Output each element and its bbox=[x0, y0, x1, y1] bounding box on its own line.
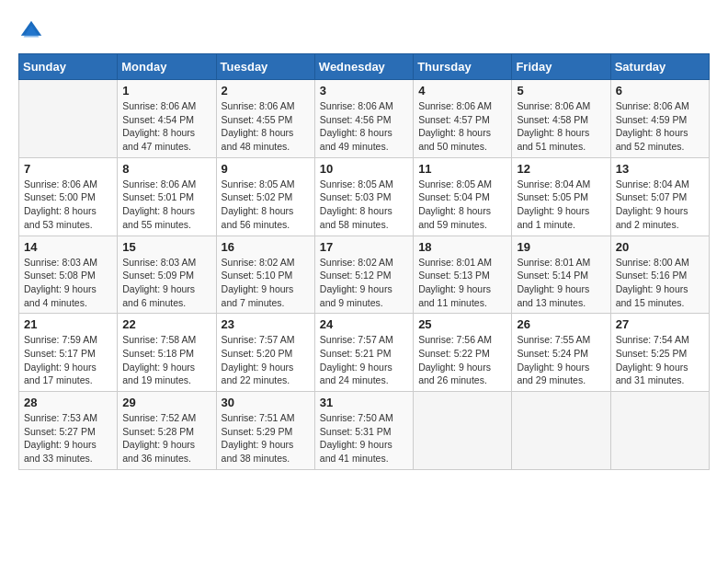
header-day-thursday: Thursday bbox=[414, 54, 512, 80]
calendar-cell: 26Sunrise: 7:55 AM Sunset: 5:24 PM Dayli… bbox=[512, 314, 610, 392]
calendar-week-2: 7Sunrise: 8:06 AM Sunset: 5:00 PM Daylig… bbox=[19, 157, 710, 236]
day-info: Sunrise: 7:59 AM Sunset: 5:17 PM Dayligh… bbox=[24, 333, 112, 387]
calendar-week-1: 1Sunrise: 8:06 AM Sunset: 4:54 PM Daylig… bbox=[19, 80, 710, 158]
day-info: Sunrise: 7:57 AM Sunset: 5:20 PM Dayligh… bbox=[222, 333, 310, 387]
calendar-cell: 8Sunrise: 8:06 AM Sunset: 5:01 PM Daylig… bbox=[118, 157, 216, 236]
calendar-cell: 28Sunrise: 7:53 AM Sunset: 5:27 PM Dayli… bbox=[19, 392, 118, 470]
day-number: 19 bbox=[517, 240, 605, 254]
calendar-cell: 16Sunrise: 8:02 AM Sunset: 5:10 PM Dayli… bbox=[216, 236, 314, 314]
day-info: Sunrise: 8:04 AM Sunset: 5:05 PM Dayligh… bbox=[517, 178, 605, 232]
day-info: Sunrise: 7:53 AM Sunset: 5:27 PM Dayligh… bbox=[24, 411, 112, 465]
calendar-cell: 13Sunrise: 8:04 AM Sunset: 5:07 PM Dayli… bbox=[610, 157, 709, 236]
calendar-week-5: 28Sunrise: 7:53 AM Sunset: 5:27 PM Dayli… bbox=[19, 392, 710, 470]
day-info: Sunrise: 8:05 AM Sunset: 5:02 PM Dayligh… bbox=[222, 178, 310, 232]
day-info: Sunrise: 8:06 AM Sunset: 4:59 PM Dayligh… bbox=[616, 99, 704, 154]
day-info: Sunrise: 8:05 AM Sunset: 5:04 PM Dayligh… bbox=[418, 178, 506, 232]
calendar-cell: 25Sunrise: 7:56 AM Sunset: 5:22 PM Dayli… bbox=[414, 314, 512, 392]
header-day-sunday: Sunday bbox=[19, 54, 118, 80]
day-info: Sunrise: 8:06 AM Sunset: 5:01 PM Dayligh… bbox=[122, 178, 210, 232]
calendar-cell: 19Sunrise: 8:01 AM Sunset: 5:14 PM Dayli… bbox=[512, 236, 610, 314]
day-info: Sunrise: 8:02 AM Sunset: 5:10 PM Dayligh… bbox=[222, 256, 310, 310]
day-number: 10 bbox=[320, 162, 408, 176]
calendar-cell: 12Sunrise: 8:04 AM Sunset: 5:05 PM Dayli… bbox=[512, 157, 610, 236]
calendar-cell bbox=[19, 80, 118, 158]
day-number: 4 bbox=[418, 84, 506, 98]
day-info: Sunrise: 8:00 AM Sunset: 5:16 PM Dayligh… bbox=[616, 256, 704, 310]
calendar-cell: 11Sunrise: 8:05 AM Sunset: 5:04 PM Dayli… bbox=[414, 157, 512, 236]
calendar-week-4: 21Sunrise: 7:59 AM Sunset: 5:17 PM Dayli… bbox=[19, 314, 710, 392]
day-number: 12 bbox=[517, 162, 605, 176]
day-number: 5 bbox=[517, 84, 605, 98]
day-number: 24 bbox=[320, 317, 408, 331]
calendar-cell: 29Sunrise: 7:52 AM Sunset: 5:28 PM Dayli… bbox=[118, 392, 216, 470]
day-info: Sunrise: 8:06 AM Sunset: 4:55 PM Dayligh… bbox=[222, 99, 310, 154]
day-number: 30 bbox=[222, 396, 310, 409]
day-info: Sunrise: 8:06 AM Sunset: 4:54 PM Dayligh… bbox=[122, 99, 210, 154]
header-day-tuesday: Tuesday bbox=[216, 54, 314, 80]
calendar-cell: 18Sunrise: 8:01 AM Sunset: 5:13 PM Dayli… bbox=[414, 236, 512, 314]
day-info: Sunrise: 8:03 AM Sunset: 5:08 PM Dayligh… bbox=[24, 256, 112, 310]
day-info: Sunrise: 7:58 AM Sunset: 5:18 PM Dayligh… bbox=[122, 333, 210, 387]
day-info: Sunrise: 8:01 AM Sunset: 5:14 PM Dayligh… bbox=[517, 256, 605, 310]
day-number: 28 bbox=[24, 396, 112, 409]
day-info: Sunrise: 7:50 AM Sunset: 5:31 PM Dayligh… bbox=[320, 411, 408, 465]
day-number: 1 bbox=[122, 84, 210, 98]
day-number: 3 bbox=[320, 84, 408, 98]
calendar-header-row: SundayMondayTuesdayWednesdayThursdayFrid… bbox=[19, 54, 710, 80]
calendar-body: 1Sunrise: 8:06 AM Sunset: 4:54 PM Daylig… bbox=[19, 80, 710, 470]
calendar-cell: 10Sunrise: 8:05 AM Sunset: 5:03 PM Dayli… bbox=[314, 157, 413, 236]
calendar-cell: 31Sunrise: 7:50 AM Sunset: 5:31 PM Dayli… bbox=[314, 392, 413, 470]
day-number: 11 bbox=[418, 162, 506, 176]
day-number: 7 bbox=[24, 162, 112, 176]
calendar-cell bbox=[414, 392, 512, 470]
calendar-cell: 22Sunrise: 7:58 AM Sunset: 5:18 PM Dayli… bbox=[118, 314, 216, 392]
day-number: 9 bbox=[222, 162, 310, 176]
day-number: 15 bbox=[122, 240, 210, 254]
calendar-cell: 3Sunrise: 8:06 AM Sunset: 4:56 PM Daylig… bbox=[314, 80, 413, 158]
day-info: Sunrise: 8:05 AM Sunset: 5:03 PM Dayligh… bbox=[320, 178, 408, 232]
calendar-cell: 7Sunrise: 8:06 AM Sunset: 5:00 PM Daylig… bbox=[19, 157, 118, 236]
header-day-monday: Monday bbox=[118, 54, 216, 80]
calendar-cell: 15Sunrise: 8:03 AM Sunset: 5:09 PM Dayli… bbox=[118, 236, 216, 314]
day-number: 16 bbox=[222, 240, 310, 254]
day-number: 23 bbox=[222, 317, 310, 331]
calendar-cell: 30Sunrise: 7:51 AM Sunset: 5:29 PM Dayli… bbox=[216, 392, 314, 470]
day-number: 31 bbox=[320, 396, 408, 409]
calendar-cell: 9Sunrise: 8:05 AM Sunset: 5:02 PM Daylig… bbox=[216, 157, 314, 236]
day-number: 17 bbox=[320, 240, 408, 254]
calendar-cell: 1Sunrise: 8:06 AM Sunset: 4:54 PM Daylig… bbox=[118, 80, 216, 158]
calendar-cell: 23Sunrise: 7:57 AM Sunset: 5:20 PM Dayli… bbox=[216, 314, 314, 392]
day-info: Sunrise: 7:52 AM Sunset: 5:28 PM Dayligh… bbox=[122, 411, 210, 465]
day-number: 21 bbox=[24, 317, 112, 331]
logo bbox=[18, 18, 48, 44]
day-number: 18 bbox=[418, 240, 506, 254]
calendar-cell: 17Sunrise: 8:02 AM Sunset: 5:12 PM Dayli… bbox=[314, 236, 413, 314]
day-number: 2 bbox=[222, 84, 310, 98]
calendar-cell: 14Sunrise: 8:03 AM Sunset: 5:08 PM Dayli… bbox=[19, 236, 118, 314]
calendar-week-3: 14Sunrise: 8:03 AM Sunset: 5:08 PM Dayli… bbox=[19, 236, 710, 314]
day-info: Sunrise: 8:03 AM Sunset: 5:09 PM Dayligh… bbox=[122, 256, 210, 310]
day-number: 26 bbox=[517, 317, 605, 331]
day-number: 29 bbox=[122, 396, 210, 409]
day-info: Sunrise: 7:54 AM Sunset: 5:25 PM Dayligh… bbox=[616, 333, 704, 387]
day-number: 22 bbox=[122, 317, 210, 331]
day-info: Sunrise: 8:01 AM Sunset: 5:13 PM Dayligh… bbox=[418, 256, 506, 310]
calendar-cell: 5Sunrise: 8:06 AM Sunset: 4:58 PM Daylig… bbox=[512, 80, 610, 158]
day-number: 8 bbox=[122, 162, 210, 176]
calendar-cell: 20Sunrise: 8:00 AM Sunset: 5:16 PM Dayli… bbox=[610, 236, 709, 314]
day-info: Sunrise: 8:06 AM Sunset: 5:00 PM Dayligh… bbox=[24, 178, 112, 232]
header-day-wednesday: Wednesday bbox=[314, 54, 413, 80]
calendar-cell: 4Sunrise: 8:06 AM Sunset: 4:57 PM Daylig… bbox=[414, 80, 512, 158]
day-number: 13 bbox=[616, 162, 704, 176]
calendar-cell bbox=[610, 392, 709, 470]
day-info: Sunrise: 8:04 AM Sunset: 5:07 PM Dayligh… bbox=[616, 178, 704, 232]
day-number: 14 bbox=[24, 240, 112, 254]
day-info: Sunrise: 8:02 AM Sunset: 5:12 PM Dayligh… bbox=[320, 256, 408, 310]
calendar-cell: 27Sunrise: 7:54 AM Sunset: 5:25 PM Dayli… bbox=[610, 314, 709, 392]
logo-icon bbox=[18, 18, 44, 44]
header-day-saturday: Saturday bbox=[610, 54, 709, 80]
day-number: 25 bbox=[418, 317, 506, 331]
calendar-cell: 21Sunrise: 7:59 AM Sunset: 5:17 PM Dayli… bbox=[19, 314, 118, 392]
day-number: 20 bbox=[616, 240, 704, 254]
day-info: Sunrise: 7:51 AM Sunset: 5:29 PM Dayligh… bbox=[222, 411, 310, 465]
